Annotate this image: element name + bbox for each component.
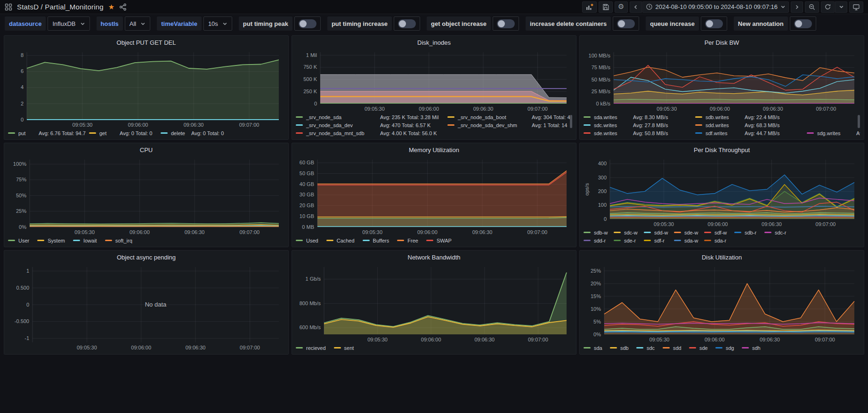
legend-item-sdg-writes[interactable]: sdg.writesAvg: 67.0 kB/s <box>807 130 860 136</box>
legend-item-sda-r[interactable]: sda-r <box>704 238 734 243</box>
legend-item-cached[interactable]: Cached <box>326 238 355 243</box>
legend-item-sde[interactable]: sde <box>689 345 715 351</box>
toggle-switch[interactable] <box>398 19 416 28</box>
legend-item-sdg[interactable]: sdg <box>715 345 742 351</box>
legend-item-sdd-writes[interactable]: sdd.writesAvg: 68.3 MB/s <box>695 122 807 128</box>
variable-value-dropdown[interactable]: 10s <box>203 16 232 31</box>
time-range-forward-button[interactable] <box>791 1 803 13</box>
toggle-switch[interactable] <box>705 19 723 28</box>
legend-item-sdc-w[interactable]: sdc-w <box>614 230 644 235</box>
legend-scrollbar[interactable] <box>858 115 860 128</box>
settings-button[interactable]: ⚙ <box>615 1 627 13</box>
toggle-put-timing-increase[interactable] <box>394 16 420 31</box>
legend-item-sdc-writes[interactable]: sdc.writesAvg: 27.8 MB/s <box>584 122 695 128</box>
toggle-switch[interactable] <box>299 19 316 28</box>
per-disk-bw-chart[interactable]: 100 MB/s75 MB/s50 MB/s25 MB/s0 kB/s09:05… <box>584 49 860 113</box>
legend-item-srv-node-sda-boot[interactable]: _srv_node_sda_bootAvg: 304 Total: 4.26 K <box>447 114 572 120</box>
breadcrumb[interactable]: StatsD / Partial_Monitoring <box>17 3 104 11</box>
object-async-pending-chart[interactable]: 10.5000-0.500-109:05:3009:06:0009:06:300… <box>8 263 284 352</box>
legend-item-sent[interactable]: sent <box>334 345 354 351</box>
time-range-picker-button[interactable]: 2024-08-10 09:05:00 to 2024-08-10 09:07:… <box>642 1 789 13</box>
toggle-queue-increase[interactable] <box>701 16 727 31</box>
panel-title[interactable]: Memory Utilization <box>296 145 572 156</box>
toggle-new-annotation[interactable] <box>790 16 816 31</box>
toggle-switch[interactable] <box>617 19 635 28</box>
legend-item-put[interactable]: putAvg: 6.76 Total: 94.7 <box>8 130 89 136</box>
panel-title[interactable]: Object async pending <box>8 252 284 263</box>
panel-title[interactable]: Object PUT GET DEL <box>8 37 284 49</box>
legend-item-srv-node-sda[interactable]: _srv_node_sdaAvg: 235 K Total: 3.28 Mil <box>296 114 447 120</box>
panel-title[interactable]: Disk Utilization <box>584 252 860 263</box>
legend-item-sdh[interactable]: sdh <box>742 345 768 351</box>
per-disk-throughput-chart[interactable]: 400300200100009:05:3009:06:0009:06:3009:… <box>584 156 860 228</box>
legend-item-sdd[interactable]: sdd <box>663 345 689 351</box>
legend-item-srv-node-sda-dev-shm[interactable]: _srv_node_sda_dev_shmAvg: 1 Total: 14 <box>447 122 572 128</box>
panel-title[interactable]: Per Disk BW <box>584 37 860 49</box>
legend-item-swap[interactable]: SWAP <box>426 238 452 243</box>
legend-item-sdb-writes[interactable]: sdb.writesAvg: 22.4 MB/s <box>695 114 807 120</box>
legend-item-buffers[interactable]: Buffers <box>363 238 389 243</box>
variable-value-dropdown[interactable]: InfluxDB <box>48 16 89 31</box>
toggle-get-object-increase[interactable] <box>493 16 519 31</box>
save-dashboard-button[interactable] <box>599 1 613 13</box>
apps-grid-icon[interactable] <box>5 3 12 11</box>
variable-value-dropdown[interactable]: All <box>125 16 150 31</box>
legend-item-srv-node-sda-mnt-sdb[interactable]: _srv_node_sda_mnt_sdbAvg: 4.00 K Total: … <box>296 130 447 136</box>
kiosk-mode-button[interactable] <box>849 1 863 13</box>
toggle-switch[interactable] <box>497 19 515 28</box>
panel-title[interactable]: Disk_inodes <box>296 37 572 49</box>
legend-item-sda-w[interactable]: sda-w <box>674 238 704 243</box>
legend-item-sdb-r[interactable]: sdb-r <box>734 230 764 235</box>
legend-item-used[interactable]: Used <box>296 238 318 243</box>
favorite-star-icon[interactable]: ★ <box>108 3 114 10</box>
legend-item-sdf-w[interactable]: sdf-w <box>704 230 734 235</box>
legend-item-sdd-w[interactable]: sdd-w <box>644 230 674 235</box>
variable-label[interactable]: timeVariable <box>157 16 202 31</box>
refresh-interval-caret-button[interactable] <box>835 1 847 13</box>
legend-item-sde-writes[interactable]: sde.writesAvg: 50.8 MB/s <box>584 130 695 136</box>
legend-item-sda[interactable]: sda <box>584 345 610 351</box>
legend-item-sdc-r[interactable]: sdc-r <box>764 230 795 235</box>
add-panel-button[interactable] <box>582 1 597 13</box>
toggle-switch[interactable] <box>794 19 812 28</box>
network-bandwidth-chart[interactable]: 1 Gb/s800 Mb/s600 Mb/s09:05:3009:06:0009… <box>296 263 572 344</box>
refresh-button[interactable] <box>821 1 835 13</box>
variable-label[interactable]: datasource <box>5 16 46 31</box>
variable-label[interactable]: hostls <box>97 16 123 31</box>
legend-item-soft-irq[interactable]: soft_irq <box>105 238 132 243</box>
zoom-out-button[interactable] <box>805 1 819 13</box>
legend-item-sdd-r[interactable]: sdd-r <box>584 238 614 243</box>
object-put-get-del-chart[interactable]: 8642009:05:3009:06:0009:06:3009:07:00 <box>8 49 284 129</box>
legend-item-free[interactable]: Free <box>397 238 418 243</box>
legend-item-sde-r[interactable]: sde-r <box>614 238 644 243</box>
legend-label: sda.writes <box>594 114 630 120</box>
legend-item-recieved[interactable]: recieved <box>296 345 326 351</box>
legend-item-iowait[interactable]: Iowait <box>73 238 97 243</box>
panel-title[interactable]: Per Disk Throughput <box>584 145 860 156</box>
cpu-chart[interactable]: 100%75%50%25%0%09:05:3009:06:0009:06:300… <box>8 156 284 236</box>
toggle-put-timing-peak[interactable] <box>294 16 321 31</box>
legend-label: sdb-w <box>594 230 608 235</box>
legend-item-delete[interactable]: deleteAvg: 0 Total: 0 <box>161 130 284 136</box>
legend-item-sdb-w[interactable]: sdb-w <box>584 230 614 235</box>
toggle-increase-delete-containers[interactable] <box>613 16 639 31</box>
panel-title[interactable]: CPU <box>8 145 284 156</box>
share-icon[interactable] <box>119 3 127 11</box>
disk-inodes-chart[interactable]: 1 Mil750 K500 K250 K009:05:3009:06:0009:… <box>296 49 572 113</box>
legend-item-system[interactable]: System <box>37 238 65 243</box>
legend-item-user[interactable]: User <box>8 238 29 243</box>
time-range-back-button[interactable] <box>630 1 642 13</box>
legend-scrollbar[interactable] <box>570 115 572 128</box>
legend-item-get[interactable]: getAvg: 0 Total: 0 <box>89 130 161 136</box>
legend-item-sdf-writes[interactable]: sdf.writesAvg: 44.7 MB/s <box>695 130 807 136</box>
legend-item-sdf-r[interactable]: sdf-r <box>644 238 674 243</box>
legend-item-sde-w[interactable]: sde-w <box>674 230 704 235</box>
legend-item-sda-writes[interactable]: sda.writesAvg: 8.30 MB/s <box>584 114 695 120</box>
legend-item-sdc[interactable]: sdc <box>636 345 663 351</box>
panel-title[interactable]: Network Bandwidth <box>296 252 572 263</box>
legend-item-srv-node-sda-dev[interactable]: _srv_node_sda_devAvg: 470 Total: 6.57 K <box>296 122 447 128</box>
disk-utilization-chart[interactable]: 25%20%15%10%5%0%09:05:3009:06:0009:06:30… <box>584 263 860 344</box>
legend-item-sdb[interactable]: sdb <box>610 345 636 351</box>
svg-text:2: 2 <box>21 101 24 106</box>
memory-utilization-chart[interactable]: 60 GB50 GB40 GB30 GB20 GB10 GB0 MB09:05:… <box>296 156 572 236</box>
